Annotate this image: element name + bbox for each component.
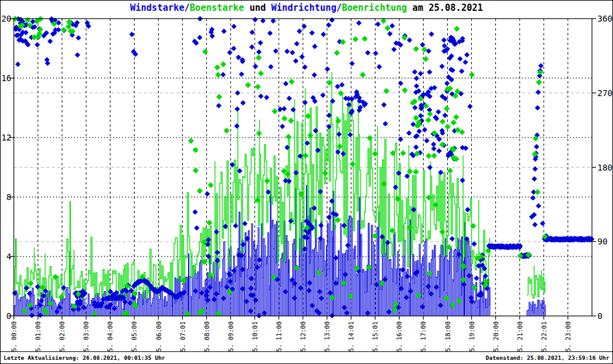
right-axis-tick-label: 270: [597, 88, 612, 98]
x-axis-tick-label: 25. 16:00: [395, 321, 403, 353]
x-axis-tick-label: 25. 01:00: [34, 321, 41, 353]
weather-chart-app: Windstarke/Boenstarke und Windrichtung/B…: [0, 0, 613, 364]
x-axis-tick-label: 25. 12:00: [299, 321, 306, 353]
x-axis-tick-label: 25. 10:01: [251, 321, 258, 353]
x-axis-tick-label: 25. 08:00: [203, 321, 210, 353]
x-axis-tick-label: 25. 07:01: [179, 321, 186, 353]
right-axis-tick-label: 360: [597, 14, 612, 23]
left-axis-tick-label: 16: [1, 73, 11, 83]
chart-canvas: 04812162009018027036025. 00:0025. 01:002…: [1, 1, 613, 353]
x-axis-tick-label: 25. 02:00: [58, 321, 66, 353]
x-axis-tick-label: 25. 15:01: [371, 321, 379, 353]
right-axis-tick-label: 90: [597, 237, 608, 246]
left-axis-tick-label: 12: [1, 133, 11, 142]
data-state-label: Datenstand: 25.08.2021, 23:59:16 Uhr: [486, 354, 609, 361]
x-axis-tick-label: 25. 20:00: [492, 321, 499, 353]
x-axis-tick-label: 25. 21:00: [516, 321, 523, 353]
left-axis-tick-label: 8: [7, 192, 11, 202]
x-axis-tick-label: 25. 11:00: [275, 321, 282, 353]
right-axis-tick-label: 0: [597, 311, 602, 321]
left-axis-tick-label: 4: [7, 252, 11, 261]
x-axis-tick-label: 25. 04:00: [106, 321, 114, 353]
x-axis-tick-label: 25. 17:00: [419, 321, 427, 353]
left-axis-tick-label: 20: [1, 14, 11, 23]
boenrichtung-series: [12, 16, 548, 317]
x-axis-tick-label: 25. 19:00: [468, 321, 475, 353]
x-axis-tick-label: 25. 03:00: [82, 321, 90, 353]
x-axis-tick-label: 25. 13:00: [323, 321, 331, 353]
left-axis-tick-label: 0: [7, 311, 11, 321]
last-update-label: Letzte Aktualisierung: 26.08.2021, 00:01…: [4, 354, 165, 361]
x-axis-tick-label: 25. 09:00: [227, 321, 234, 353]
x-axis-tick-label: 25. 14:01: [347, 321, 355, 353]
right-axis-tick-label: 180: [597, 163, 612, 172]
x-axis-tick-label: 25. 05:00: [130, 321, 138, 353]
x-axis-tick-label: 25. 18:00: [444, 321, 451, 353]
x-axis-tick-label: 25. 22:01: [540, 321, 547, 353]
x-axis-tick-label: 25. 23:00: [564, 321, 572, 353]
x-axis-tick-label: 25. 06:00: [155, 321, 162, 353]
status-bar: Letzte Aktualisierung: 26.08.2021, 00:01…: [1, 351, 612, 363]
x-axis-tick-label: 25. 00:00: [10, 321, 17, 353]
